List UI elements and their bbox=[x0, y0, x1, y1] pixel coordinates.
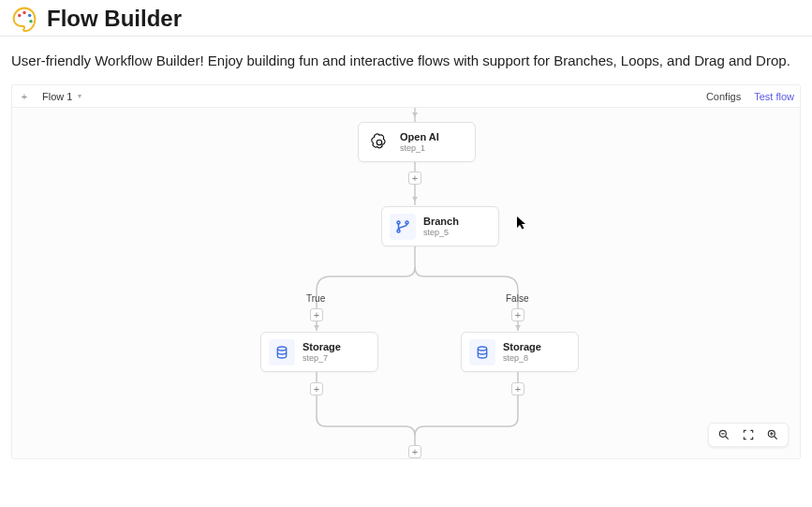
storage-icon bbox=[269, 339, 295, 365]
node-subtitle: step_8 bbox=[503, 353, 541, 363]
node-subtitle: step_7 bbox=[303, 353, 341, 363]
tab-menu-button[interactable]: ▾ bbox=[78, 92, 81, 100]
flow-panel: + Flow 1 ▾ Configs Test flow bbox=[11, 84, 801, 459]
flow-canvas[interactable]: Open AI step_1 + Branch step_5 bbox=[12, 108, 800, 458]
app-title: Flow Builder bbox=[47, 6, 182, 32]
svg-line-19 bbox=[726, 437, 729, 440]
palette-logo-icon bbox=[11, 6, 37, 32]
node-subtitle: step_1 bbox=[400, 143, 439, 153]
svg-point-17 bbox=[478, 347, 486, 350]
openai-icon bbox=[366, 129, 392, 156]
add-flow-button[interactable]: + bbox=[18, 91, 31, 102]
branch-false-label: False bbox=[506, 293, 528, 304]
configs-button[interactable]: Configs bbox=[706, 91, 741, 102]
node-title: Branch bbox=[423, 216, 459, 228]
svg-point-2 bbox=[28, 14, 32, 18]
zoom-out-button[interactable] bbox=[716, 427, 731, 442]
branch-true-label: True bbox=[306, 293, 325, 304]
app-header: Flow Builder bbox=[0, 0, 812, 37]
add-step-button[interactable]: + bbox=[310, 308, 323, 321]
flow-toolbar: + Flow 1 ▾ Configs Test flow bbox=[12, 85, 800, 108]
node-openai[interactable]: Open AI step_1 bbox=[358, 122, 476, 162]
svg-point-16 bbox=[277, 347, 286, 350]
add-step-button[interactable]: + bbox=[408, 445, 421, 458]
node-storage-right[interactable]: Storage step_8 bbox=[461, 332, 579, 372]
svg-point-0 bbox=[18, 14, 22, 18]
svg-point-1 bbox=[22, 11, 26, 15]
zoom-in-button[interactable] bbox=[765, 427, 780, 442]
add-step-button[interactable]: + bbox=[511, 382, 524, 395]
arrow-down-icon bbox=[410, 197, 420, 206]
node-storage-left[interactable]: Storage step_7 bbox=[260, 332, 378, 372]
test-flow-button[interactable]: Test flow bbox=[754, 91, 794, 102]
node-title: Open AI bbox=[400, 131, 439, 143]
node-title: Storage bbox=[503, 341, 541, 353]
node-branch[interactable]: Branch step_5 bbox=[381, 206, 499, 246]
app-tagline: User-friendly Workflow Builder! Enjoy bu… bbox=[0, 37, 812, 84]
arrow-down-icon bbox=[410, 112, 420, 122]
node-subtitle: step_5 bbox=[423, 228, 459, 237]
fit-view-button[interactable] bbox=[741, 427, 756, 442]
svg-point-3 bbox=[29, 20, 33, 23]
zoom-controls bbox=[708, 423, 789, 447]
cursor-icon bbox=[517, 216, 528, 233]
add-step-button[interactable]: + bbox=[511, 308, 524, 321]
tab-flow-1[interactable]: Flow 1 bbox=[42, 91, 72, 102]
storage-icon bbox=[469, 339, 495, 365]
node-title: Storage bbox=[303, 341, 341, 353]
svg-line-22 bbox=[775, 437, 777, 440]
svg-point-12 bbox=[376, 140, 382, 145]
add-step-button[interactable]: + bbox=[408, 171, 421, 185]
branch-icon bbox=[390, 214, 416, 240]
add-step-button[interactable]: + bbox=[310, 382, 323, 395]
